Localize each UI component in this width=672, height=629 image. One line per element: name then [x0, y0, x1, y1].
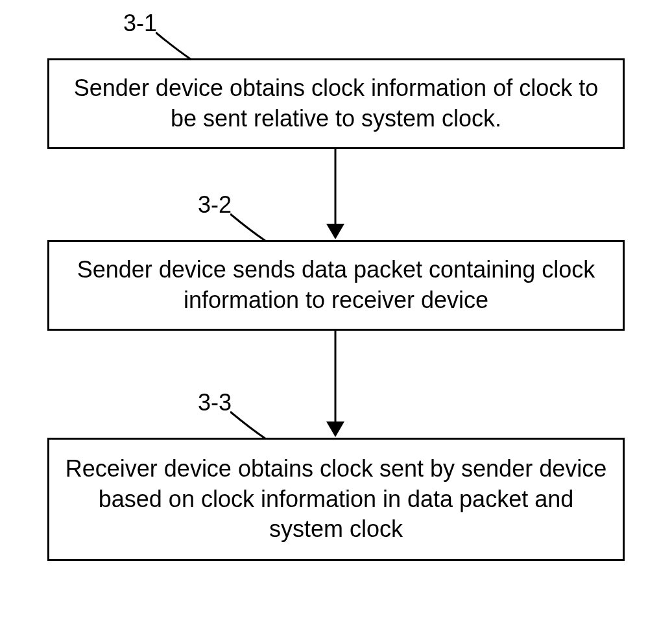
- arrow-2-to-3-head: [326, 421, 344, 437]
- step-2-label: 3-2: [198, 191, 232, 219]
- arrow-1-to-2: [335, 149, 337, 224]
- flowchart-canvas: 3-1 Sender device obtains clock informat…: [0, 0, 672, 629]
- step-2-text: Sender device sends data packet containi…: [62, 255, 610, 316]
- step-1-box: Sender device obtains clock information …: [47, 58, 625, 149]
- step-1-label: 3-1: [123, 10, 157, 37]
- arrow-2-to-3: [335, 331, 337, 421]
- step-3-text: Receiver device obtains clock sent by se…: [62, 454, 610, 545]
- arrow-1-to-2-head: [326, 224, 344, 239]
- step-1-text: Sender device obtains clock information …: [62, 73, 610, 134]
- step-2-box: Sender device sends data packet containi…: [47, 240, 625, 331]
- step-3-label: 3-3: [198, 389, 232, 416]
- step-3-box: Receiver device obtains clock sent by se…: [47, 438, 625, 561]
